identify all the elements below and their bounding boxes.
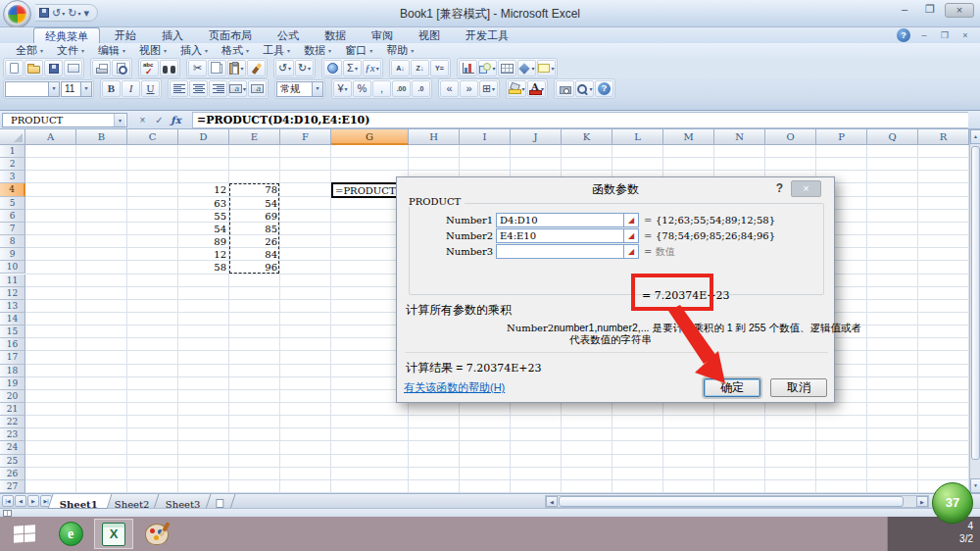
horizontal-scrollbar-thumb[interactable] [559, 496, 904, 507]
macro-record-icon[interactable] [3, 510, 12, 517]
row-header-12[interactable]: 12 [0, 287, 25, 300]
row-header-5[interactable]: 5 [0, 197, 25, 210]
360-speed-ball[interactable]: 37 [932, 482, 973, 524]
increase-decimal-icon[interactable]: .00 [392, 80, 411, 97]
enter-icon[interactable]: ✓ [152, 115, 167, 125]
sort-ascending-icon[interactable]: A↓ [391, 60, 410, 76]
number-format-combo[interactable]: 常规▾ [276, 81, 323, 97]
cell-D9[interactable]: 12 [178, 248, 229, 261]
excel-taskbar-icon[interactable]: X [94, 519, 133, 549]
increase-indent-icon[interactable]: » [460, 80, 478, 97]
minimize-button[interactable]: – [894, 3, 915, 18]
decrease-indent-icon[interactable]: « [440, 80, 459, 97]
paste-icon[interactable]: ▾ [227, 60, 246, 76]
diamond-icon[interactable]: ▾ [517, 60, 536, 76]
scroll-left-icon[interactable]: ◀ [546, 496, 558, 507]
argument-input-Number3[interactable]: ◢ [496, 244, 639, 259]
print-icon[interactable] [92, 60, 111, 76]
sort-descending-icon[interactable]: Z↓ [411, 60, 429, 76]
row-header-13[interactable]: 13 [0, 300, 25, 313]
save-icon[interactable] [44, 60, 63, 76]
percent-style-icon[interactable]: % [353, 80, 371, 97]
ribbon-tab-审阅[interactable]: 审阅 [361, 27, 404, 43]
ribbon-tab-公式[interactable]: 公式 [267, 27, 310, 43]
cancel-button[interactable]: 取消 [770, 378, 827, 397]
column-header-Q[interactable]: Q [867, 129, 918, 145]
font-color-icon[interactable]: ▾ [527, 80, 546, 97]
cell-D6[interactable]: 55 [178, 210, 229, 223]
print-preview-icon[interactable] [112, 60, 130, 76]
menu-数据[interactable]: 数据▾ [304, 43, 331, 58]
row-header-1[interactable]: 1 [0, 145, 25, 158]
merge-cells-icon[interactable] [248, 80, 267, 97]
cell-D8[interactable]: 89 [178, 235, 229, 248]
column-header-O[interactable]: O [765, 129, 816, 145]
align-left-icon[interactable] [170, 80, 188, 97]
row-header-26[interactable]: 26 [0, 468, 25, 480]
cancel-icon[interactable]: × [135, 115, 150, 125]
row-header-22[interactable]: 22 [0, 416, 25, 428]
range-picker-icon[interactable]: ◢ [623, 214, 638, 226]
row-header-6[interactable]: 6 [0, 210, 25, 223]
ribbon-tab-插入[interactable]: 插入 [151, 27, 194, 43]
shapes-icon[interactable]: ▾ [478, 60, 497, 76]
font-name-combo[interactable]: ▾ [5, 81, 60, 97]
scroll-right-icon[interactable]: ▶ [916, 496, 928, 507]
argument-input-Number2[interactable]: E4:E10◢ [496, 228, 639, 243]
column-header-D[interactable]: D [178, 129, 229, 145]
insert-function-icon[interactable]: ƒx [169, 115, 183, 125]
row-header-20[interactable]: 20 [0, 390, 25, 403]
format-painter-icon[interactable] [247, 60, 266, 76]
row-header-3[interactable]: 3 [0, 171, 25, 183]
align-right-icon[interactable] [209, 80, 227, 97]
row-header-9[interactable]: 9 [0, 248, 25, 261]
bold-icon[interactable]: B [102, 80, 121, 97]
column-header-M[interactable]: M [663, 129, 714, 145]
column-header-F[interactable]: F [280, 129, 331, 145]
align-center-icon[interactable] [189, 80, 208, 97]
permission-icon[interactable] [64, 60, 82, 76]
window-minimize-icon[interactable]: – [917, 30, 931, 40]
row-header-16[interactable]: 16 [0, 338, 25, 351]
browser-360-icon[interactable]: e [51, 519, 90, 549]
close-button[interactable]: × [945, 3, 974, 18]
borders-icon[interactable]: ⊞▾ [479, 80, 498, 97]
comment-icon[interactable]: ▾ [537, 60, 556, 76]
new-document-icon[interactable] [5, 60, 24, 76]
window-close-icon[interactable]: × [958, 30, 972, 40]
column-header-L[interactable]: L [612, 129, 663, 145]
row-header-19[interactable]: 19 [0, 377, 25, 390]
currency-style-icon[interactable]: ¥▾ [333, 80, 352, 97]
menu-格式[interactable]: 格式▾ [221, 43, 249, 58]
ribbon-tab-经典菜单[interactable]: 经典菜单 [33, 27, 100, 43]
ribbon-tab-开始[interactable]: 开始 [104, 27, 147, 43]
menu-编辑[interactable]: 编辑▾ [98, 43, 125, 58]
row-header-2[interactable]: 2 [0, 158, 25, 171]
insert-worksheet-tab[interactable] [205, 494, 235, 509]
row-header-27[interactable]: 27 [0, 480, 25, 493]
merge-center-icon[interactable]: ▾ [228, 80, 247, 97]
range-picker-icon[interactable]: ◢ [623, 229, 638, 242]
autosum-icon[interactable]: Σ▾ [343, 60, 362, 76]
chart-icon[interactable] [459, 60, 477, 76]
window-restore-icon[interactable]: ❐ [938, 30, 952, 40]
column-header-E[interactable]: E [229, 129, 280, 145]
vertical-scrollbar-thumb[interactable] [971, 146, 980, 460]
find-icon[interactable] [160, 60, 178, 76]
name-box-dropdown-icon[interactable]: ▾ [114, 114, 125, 126]
sheet-nav-icon-0[interactable]: |◀ [2, 495, 14, 507]
fill-color-icon[interactable]: ▾ [508, 80, 526, 97]
function-help-link[interactable]: 有关该函数的帮助(H) [404, 380, 505, 395]
insert-function-icon[interactable]: ƒx▾ [363, 60, 381, 76]
zoom-icon[interactable]: ▾ [575, 80, 594, 97]
cell-D5[interactable]: 63 [178, 197, 229, 210]
scroll-down-icon[interactable]: ▼ [970, 478, 980, 493]
ok-button[interactable]: 确定 [704, 378, 760, 397]
vertical-scrollbar[interactable]: ▲▼ [969, 129, 980, 493]
row-header-25[interactable]: 25 [0, 455, 25, 468]
column-header-P[interactable]: P [816, 129, 867, 145]
redo-icon[interactable]: ↻▾ [295, 60, 314, 76]
spelling-icon[interactable] [140, 60, 159, 76]
row-header-24[interactable]: 24 [0, 441, 25, 454]
scroll-up-icon[interactable]: ▲ [970, 129, 980, 144]
